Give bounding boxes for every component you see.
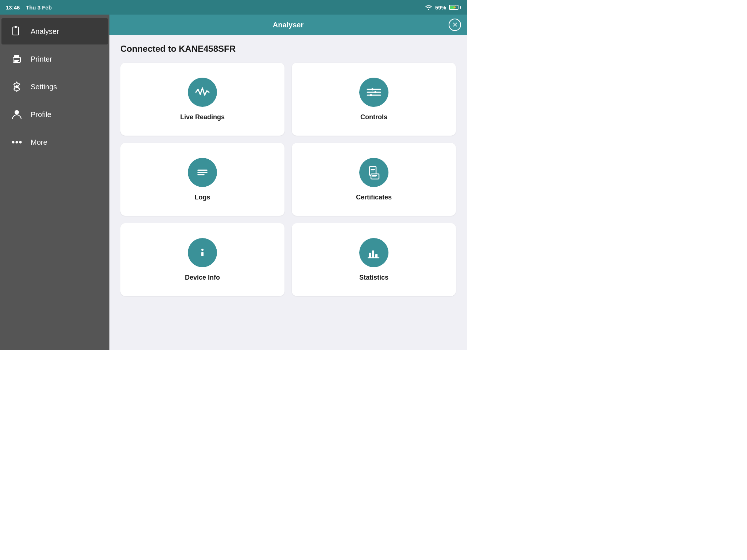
svg-point-8 (12, 141, 15, 144)
live-readings-label: Live Readings (180, 113, 225, 121)
svg-rect-32 (201, 252, 204, 256)
logs-label: Logs (195, 194, 210, 201)
controls-label: Controls (360, 113, 387, 121)
live-readings-icon-circle (188, 78, 217, 107)
header-bar: Analyser ✕ (109, 15, 467, 35)
svg-rect-35 (375, 254, 378, 258)
device-info-label: Device Info (185, 274, 220, 281)
svg-point-7 (15, 110, 19, 114)
wifi-icon (425, 4, 432, 10)
status-time-date: 13:46 Thu 3 Feb (6, 4, 52, 11)
svg-rect-3 (14, 55, 19, 58)
svg-rect-33 (369, 253, 371, 258)
page-title: Analyser (273, 21, 304, 29)
controls-card[interactable]: Controls (292, 63, 456, 136)
certificates-label: Certificates (356, 194, 392, 201)
status-time: 13:46 (6, 4, 20, 11)
battery-percent: 59% (435, 4, 446, 11)
svg-point-10 (19, 141, 22, 144)
certificates-card[interactable]: Certificates (292, 143, 456, 216)
charging-icon: ⚡ (453, 5, 457, 9)
sidebar-item-analyser[interactable]: Analyser (1, 18, 108, 44)
profile-icon (10, 108, 23, 121)
statistics-label: Statistics (359, 274, 388, 281)
sidebar-analyser-label: Analyser (31, 27, 59, 36)
sidebar: Analyser Printer Settings (0, 15, 109, 350)
battery-indicator: ⚡ (449, 5, 461, 10)
main-content: Connected to KANE458SFR Live Readings (109, 35, 467, 350)
svg-rect-4 (14, 60, 19, 61)
sidebar-settings-label: Settings (31, 83, 57, 91)
sidebar-more-label: More (31, 138, 47, 147)
connection-status: Connected to KANE458SFR (120, 44, 456, 54)
svg-rect-5 (14, 61, 18, 62)
more-icon (10, 136, 23, 149)
analyser-icon (10, 25, 23, 38)
status-indicators: 59% ⚡ (425, 4, 461, 11)
printer-icon (10, 52, 23, 66)
sidebar-item-profile[interactable]: Profile (1, 101, 108, 128)
device-info-card[interactable]: i Device Info (120, 223, 285, 296)
logs-card[interactable]: Logs (120, 143, 285, 216)
status-bar: 13:46 Thu 3 Feb 59% ⚡ (0, 0, 467, 15)
svg-point-31 (201, 249, 204, 251)
device-info-icon-circle: i (188, 238, 217, 267)
sidebar-profile-label: Profile (31, 110, 51, 119)
svg-rect-1 (15, 26, 17, 28)
sidebar-item-more[interactable]: More (1, 129, 108, 155)
svg-rect-34 (372, 250, 374, 258)
close-button[interactable]: ✕ (449, 19, 461, 31)
sidebar-item-settings[interactable]: Settings (1, 74, 108, 100)
svg-point-9 (16, 141, 18, 144)
gear-icon (10, 80, 23, 93)
controls-icon-circle (359, 78, 388, 107)
statistics-card[interactable]: Statistics (292, 223, 456, 296)
svg-rect-0 (13, 27, 19, 35)
right-pane: Analyser ✕ Connected to KANE458SFR Live … (109, 15, 467, 350)
certificates-icon-circle (359, 158, 388, 187)
card-grid: Live Readings (120, 63, 456, 296)
main-layout: Analyser Printer Settings (0, 15, 467, 350)
sidebar-printer-label: Printer (31, 55, 52, 63)
statistics-icon-circle (359, 238, 388, 267)
status-date: Thu 3 Feb (26, 4, 52, 11)
svg-point-6 (15, 85, 18, 88)
sidebar-item-printer[interactable]: Printer (1, 46, 108, 72)
logs-icon-circle (188, 158, 217, 187)
live-readings-card[interactable]: Live Readings (120, 63, 285, 136)
